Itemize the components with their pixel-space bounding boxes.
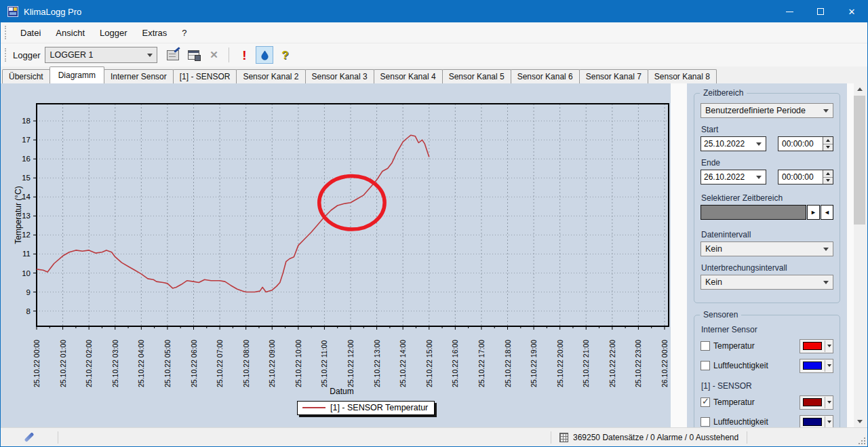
chevron-down-icon [756,142,762,146]
records-table-icon [559,433,568,442]
x-tick-label: 25.10.22 21:00 [582,340,590,387]
slider-forward-button[interactable]: ► [807,205,820,220]
y-tick-label: 12 [22,231,31,239]
chevron-down-icon [823,281,829,284]
x-tick-label: 25.10.22 17:00 [477,340,486,387]
x-tick-label: 25.10.22 13:00 [373,340,381,387]
scrollbar-thumb[interactable] [854,96,865,225]
x-tick-label: 25.10.22 01:00 [59,340,67,387]
menu-ansicht[interactable]: Ansicht [48,25,92,41]
y-tick-label: 13 [22,212,31,220]
color-swatch [803,342,822,350]
chevron-down-icon [147,54,153,57]
unterbrechung-value: Kein [701,277,819,287]
tab-sensor-kanal-8[interactable]: Sensor Kanal 8 [648,69,717,83]
status-pen-cell [1,435,58,439]
time-spin-buttons[interactable] [823,137,833,151]
menu-datei[interactable]: Datei [13,25,48,41]
x-tick-label: 25.10.22 06:00 [190,340,198,387]
slider-back-button[interactable]: ◄ [821,205,833,220]
period-combobox[interactable]: Benutzerdefinierte Periode [701,103,833,118]
selected-range-label: Selektierer Zeitbereich [701,193,833,203]
humidity-droplet-icon [260,50,270,60]
menu-help[interactable]: ? [174,25,194,41]
period-combobox-value: Benutzerdefinierte Periode [701,106,819,115]
alarm-button[interactable]: ! [235,46,253,64]
tab-interner-sensor[interactable]: Interner Sensor [104,69,174,83]
x-tick-label: 25.10.22 07:00 [216,340,224,387]
start-time-spinner[interactable]: 00:00:00 [778,136,833,151]
sensor-1-temperatur-checkbox[interactable] [701,397,710,407]
end-time-spinner[interactable]: 00:00:00 [778,170,833,184]
internal-luftfeuchtigkeit-checkbox[interactable] [701,361,710,370]
datenintervall-combobox[interactable]: Kein [701,241,833,256]
logger-combobox[interactable]: LOGGER 1 [45,47,157,63]
spin-up-icon[interactable] [823,137,833,144]
internal-luftfeuchtigkeit-color-button[interactable] [800,359,833,373]
minimize-button[interactable] [774,1,805,22]
chart-canvas: 8910111213141516171825.10.22 00:0025.10.… [1,83,671,429]
tab-sensor-kanal-4[interactable]: Sensor Kanal 4 [374,69,443,83]
x-tick-label: 25.10.22 22:00 [608,340,616,387]
selected-range-slider[interactable]: ► ◄ [701,205,833,220]
menu-extras[interactable]: Extras [134,25,174,41]
scroll-up-icon [857,88,863,91]
window-title: KlimaLogg Pro [24,7,81,17]
sensoren-title: Sensoren [700,310,741,319]
unterbrechung-label: Unterbrechungsintervall [701,263,833,273]
chevron-down-icon [827,421,831,423]
save-data-button[interactable] [184,46,202,64]
scroll-up-button[interactable] [854,83,865,95]
x-tick-label: 25.10.22 04:00 [137,340,145,387]
alarm-exclamation-icon: ! [242,49,246,62]
y-axis-title: Temperatur (°C) [14,186,23,244]
tab-sensor-kanal-6[interactable]: Sensor Kanal 6 [511,69,580,83]
x-tick-label: 25.10.22 09:00 [268,340,276,387]
spin-down-icon[interactable] [823,144,833,151]
internal-temperatur-checkbox[interactable] [701,341,710,351]
tab-sensor-kanal-3[interactable]: Sensor Kanal 3 [305,69,374,83]
close-button[interactable]: ✕ [836,1,867,22]
spin-down-icon[interactable] [823,178,833,184]
help-button[interactable]: ? [276,46,294,64]
settings-sidebar: Zeitbereich Benutzerdefinierte Periode S… [687,83,847,427]
start-date-picker[interactable]: 25.10.2022 [701,136,766,151]
save-data-icon [188,50,199,60]
time-spin-buttons[interactable] [823,170,833,184]
tab-sensor-kanal-2[interactable]: Sensor Kanal 2 [236,69,305,83]
tab-uebersicht[interactable]: Übersicht [2,69,50,83]
x-tick-label: 25.10.22 18:00 [504,340,512,387]
x-tick-label: 25.10.22 05:00 [163,340,172,387]
tab-diagramm[interactable]: Diagramm [50,66,104,83]
sensor-row-label: Temperatur [713,397,755,407]
internal-temperatur-color-button[interactable] [800,339,833,353]
end-date-value: 26.10.2022 [701,172,752,182]
close-icon: ✕ [848,7,856,16]
logger-properties-icon [167,50,179,60]
logger-properties-button[interactable] [164,46,182,64]
delete-button[interactable]: ✕ [205,46,222,64]
chevron-down-icon [827,401,831,404]
tab-sensor-kanal-5[interactable]: Sensor Kanal 5 [442,69,511,83]
x-tick-label: 26.10.22 00:00 [660,340,669,387]
sensor-1-temperatur-color-button[interactable] [800,395,833,410]
plot-border [37,104,669,326]
y-tick-label: 8 [26,307,31,315]
unterbrechung-combobox[interactable]: Kein [701,275,833,290]
vertical-scrollbar[interactable] [854,83,865,427]
app-window: KlimaLogg Pro ✕ Datei Ansicht Logger Ext… [0,0,868,447]
panel-gutter [671,83,687,427]
scroll-down-button[interactable] [854,416,865,427]
resize-grip[interactable] [857,436,865,444]
end-date-picker[interactable]: 26.10.2022 [701,170,766,184]
tab-sensor-1[interactable]: [1] - SENSOR [173,69,237,83]
humidity-toggle-button[interactable] [256,46,273,64]
sensor-1-luftfeuchtigkeit-checkbox[interactable] [701,417,710,427]
tab-sensor-kanal-7[interactable]: Sensor Kanal 7 [579,69,648,83]
sensor-1-luftfeuchtigkeit-color-button[interactable] [800,415,833,428]
sensor-row-internal-temperatur: Temperatur [701,338,833,353]
menu-logger[interactable]: Logger [92,25,134,41]
maximize-button[interactable] [805,1,836,22]
slider-track[interactable] [701,205,806,220]
spin-up-icon[interactable] [823,170,833,178]
